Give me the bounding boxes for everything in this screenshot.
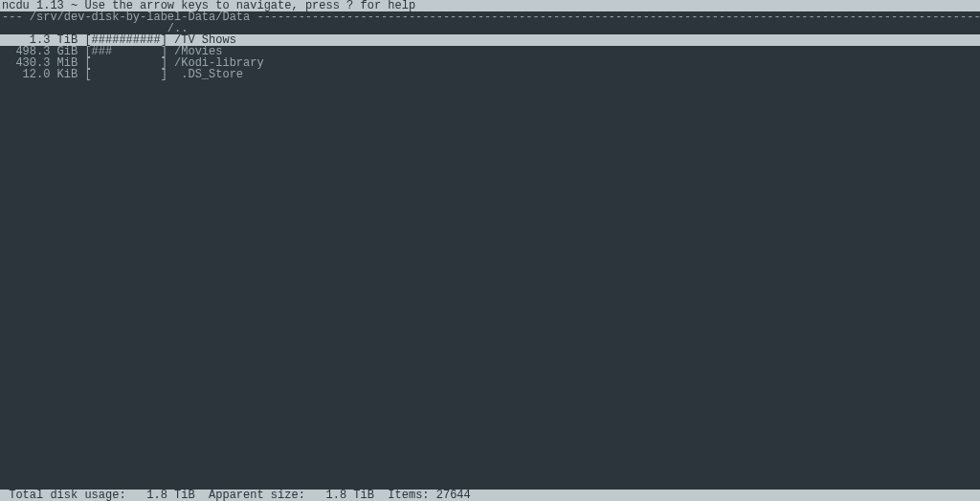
- apparent-value: 1.8 TiB: [326, 489, 374, 501]
- file-listing[interactable]: /.. 1.3 TiB [##########] /TV Shows 498.3…: [0, 23, 980, 80]
- items-label: Items:: [388, 489, 429, 501]
- apparent-label: Apparent size:: [209, 489, 305, 501]
- path-dashes: ----------------------------------------…: [256, 11, 980, 23]
- items-value: 27644: [436, 489, 471, 501]
- total-label: Total disk usage:: [9, 489, 125, 501]
- footer-bar: Total disk usage: 1.8 TiB Apparent size:…: [0, 490, 980, 501]
- header-bar: ncdu 1.13 ~ Use the arrow keys to naviga…: [0, 0, 980, 11]
- file-row[interactable]: 12.0 KiB [ ] .DS_Store: [0, 69, 980, 80]
- total-value: 1.8 TiB: [146, 489, 194, 501]
